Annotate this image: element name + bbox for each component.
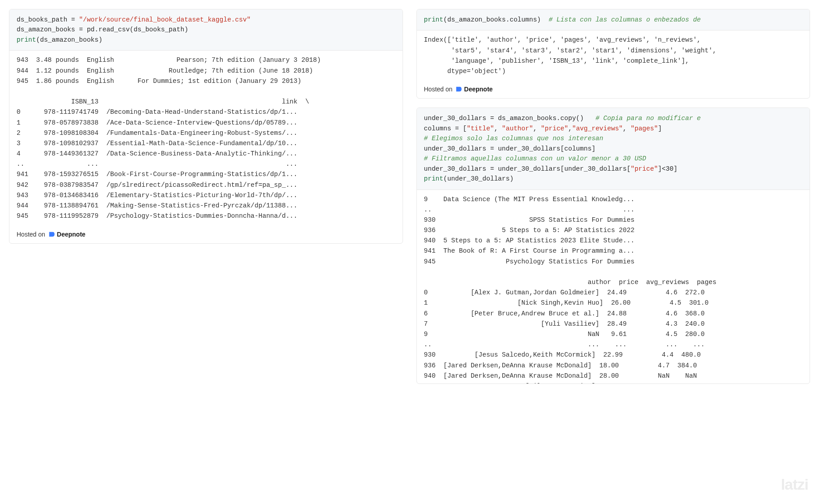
code-string: "avg_reviews" (572, 125, 623, 132)
code-cell-right-bottom: under_30_dollars = ds_amazon_books.copy(… (416, 108, 810, 383)
code-token: (ds_amazon_books.columns) (443, 16, 549, 23)
code-line: ds_amazon_books = pd.read_csv(ds_books_p… (17, 26, 188, 33)
code-token: under_30_dollars = under_30_dollars[unde… (424, 165, 631, 172)
code-cell-right-top: print(ds_amazon_books.columns) # Lista c… (416, 9, 810, 99)
code-line: under_30_dollars = under_30_dollars[colu… (424, 145, 596, 152)
code-comment: # Copia para no modificar e (595, 115, 701, 122)
hosted-label: Hosted on (17, 231, 45, 238)
hosted-label: Hosted on (424, 86, 453, 93)
code-token: columns = [ (424, 125, 467, 132)
code-number: 30 (666, 165, 673, 172)
output-block[interactable]: 943 3.48 pounds English Pearson; 7th edi… (9, 51, 403, 226)
code-string: "price" (631, 165, 658, 172)
code-token: ]< (658, 165, 666, 172)
code-comment: # Elegimos solo las columnas que nos int… (424, 135, 603, 142)
hosted-badge[interactable]: Hosted on Deepnote (417, 81, 810, 98)
code-string: "/work/source/final_book_dataset_kaggle.… (79, 16, 251, 23)
code-token: ds_books_path (17, 16, 67, 23)
code-keyword: print (424, 175, 444, 182)
code-cell-left: ds_books_path = "/work/source/final_book… (9, 9, 403, 244)
deepnote-logo: Deepnote (48, 231, 86, 238)
code-string: "pages" (631, 125, 658, 132)
code-block[interactable]: ds_books_path = "/work/source/final_book… (9, 9, 403, 51)
code-comment: # Lista con las columnas o enbezados de (549, 16, 701, 23)
code-string: "title" (467, 125, 494, 132)
code-block[interactable]: print(ds_amazon_books.columns) # Lista c… (417, 9, 810, 30)
code-comment: # Filtramos aquellas columnas con un val… (424, 155, 646, 162)
code-token: (ds_amazon_books) (36, 36, 103, 43)
brand-name: Deepnote (464, 86, 493, 93)
code-token: (under_30_dollars) (443, 175, 514, 182)
brand-name: Deepnote (57, 231, 86, 238)
output-block[interactable]: 9 Data Science (The MIT Press Essential … (417, 190, 810, 383)
code-block[interactable]: under_30_dollars = ds_amazon_books.copy(… (417, 108, 810, 190)
code-string: "author" (502, 125, 533, 132)
code-token: ] (673, 165, 677, 172)
hosted-badge[interactable]: Hosted on Deepnote (9, 226, 403, 243)
code-keyword: print (424, 16, 444, 23)
code-keyword: print (17, 36, 36, 43)
deepnote-logo: Deepnote (455, 86, 493, 93)
output-block[interactable]: Index(['title', 'author', 'price', 'page… (417, 30, 810, 81)
code-string: "price" (541, 125, 568, 132)
code-token: under_30_dollars = ds_amazon_books.copy(… (424, 115, 596, 122)
